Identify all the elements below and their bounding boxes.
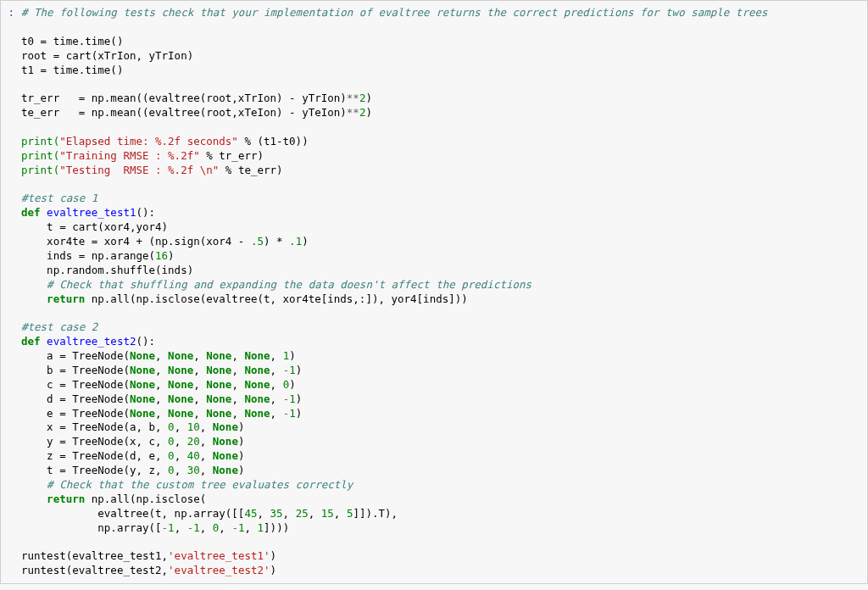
number: 25 [296,507,309,520]
none-kw: None [213,435,238,448]
sep: , [175,464,187,476]
none-kw: None [244,364,270,376]
code-text: z = TreeNode(d, e, [21,449,168,462]
operator: ** [347,92,359,104]
none-kw: None [168,349,193,362]
sep: , [309,507,321,520]
code-text: ) [365,106,372,119]
sep: , [155,392,168,405]
sep: , [270,364,283,376]
code-line: np.random.shuffle(inds) [21,264,193,276]
number: 35 [270,507,283,520]
code-text: evaltree(t, np.array([[ [21,507,244,520]
none-kw: None [244,378,270,391]
sep: , [231,378,244,391]
code-text: ) [238,464,245,476]
code-text: np.all(np.isclose( [85,493,206,505]
code-text: inds = np.arange( [21,249,155,262]
comment: # Check that shuffling and expanding the… [21,278,531,291]
sep: , [270,407,283,420]
comment: # The following tests check that your im… [21,6,768,19]
code-text: ]]).T), [353,507,398,520]
number: 10 [187,420,200,433]
sep: , [270,378,283,391]
sep: , [334,507,347,520]
func-name: evaltree_test1 [41,206,136,219]
none-kw: None [130,349,155,362]
number: 1 [258,521,264,534]
code-text: ]))) [264,521,289,534]
sep: , [155,349,168,362]
sep: , [155,378,168,391]
code-text: ) [365,92,372,104]
none-kw: None [206,378,231,391]
none-kw: None [244,392,270,405]
code-text: x = TreeNode(a, b, [21,420,168,433]
code-text: % tr_err) [200,149,264,162]
keyword: return [21,292,85,305]
number: 1 [168,521,175,534]
none-kw: None [130,407,155,420]
code-text: ) [296,407,303,420]
none-kw: None [130,392,155,405]
code-line: t0 = time.time() [21,35,123,47]
code-text: xor4te = xor4 + (np.sign(xor4 - [21,235,251,248]
sep: , [231,349,244,362]
sep: , [200,464,213,476]
sep: , [175,449,187,462]
number: 1 [289,364,296,376]
code-line: root = cart(xTrIon, yTrIon) [21,49,193,62]
operator: - [162,521,169,534]
code-line: tr_err = np.mean((evaltree(root,xTrIon) … [21,92,347,104]
code-text: e = TreeNode( [21,407,130,420]
none-kw: None [130,364,155,376]
keyword: def [21,206,41,219]
code-area[interactable]: # The following tests check that your im… [16,1,867,583]
operator: - [231,521,238,534]
code-cell: : # The following tests check that your … [0,0,868,584]
none-kw: None [130,378,155,391]
sep: , [175,521,187,534]
code-text: (): [136,206,155,219]
number: 0 [168,449,175,462]
code-text: ) [270,549,277,562]
none-kw: None [168,407,193,420]
sep: , [231,392,244,405]
sep: , [193,349,206,362]
sep: , [270,392,283,405]
sep: , [175,420,187,433]
number: .5 [251,235,264,248]
none-kw: None [168,378,193,391]
code-line: t1 = time.time() [21,64,123,76]
code-text: % (t1-t0)) [238,135,309,148]
sep: , [193,407,206,420]
number: 45 [244,507,257,520]
code-text: runtest(evaltree_test2, [21,564,168,576]
sep: , [200,420,213,433]
sep: , [231,364,244,376]
number: 1 [289,392,296,405]
number: 1 [289,407,296,420]
none-kw: None [244,349,270,362]
number: 40 [187,449,200,462]
code-text: ) * [264,235,289,248]
code-line: te_err = np.mean((evaltree(root,xTeIon) … [21,106,347,119]
sep: , [175,435,187,448]
code-text: ) [289,349,296,362]
number: 20 [187,435,200,448]
code-text: y = TreeNode(x, c, [21,435,168,448]
code-text: ) [296,364,303,376]
number: .1 [289,235,302,248]
none-kw: None [206,407,231,420]
code-text: ) [168,249,175,262]
code-text: t = TreeNode(y, z, [21,464,168,476]
none-kw: None [168,392,193,405]
none-kw: None [168,364,193,376]
code-text: np.array([ [21,521,162,534]
none-kw: None [206,349,231,362]
string: 'evaltree_test2' [168,564,270,576]
code-line: t = cart(xor4,yor4) [21,220,168,233]
number: 15 [321,507,334,520]
code-text: c = TreeNode( [21,378,130,391]
code-text: runtest(evaltree_test1, [21,549,168,562]
